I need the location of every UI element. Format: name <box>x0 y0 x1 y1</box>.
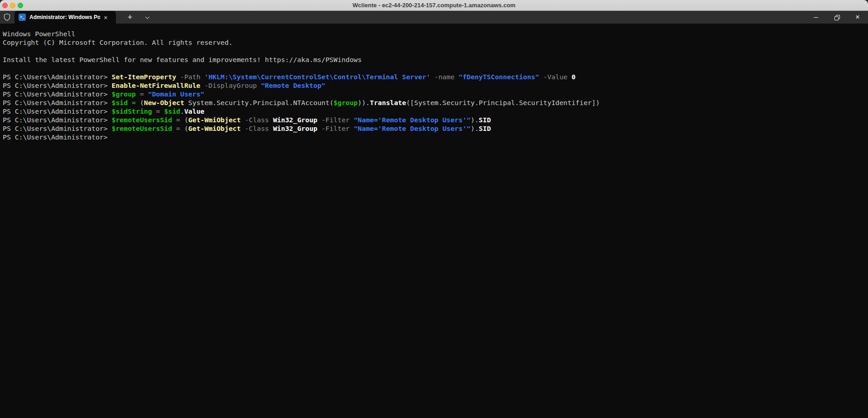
terminal-line: PS C:\Users\Administrator> Set-ItemPrope… <box>3 72 865 81</box>
admin-shield-icon <box>0 11 14 24</box>
window-title: Wcliente - ec2-44-200-214-157.compute-1.… <box>0 2 868 9</box>
terminal-line: Windows PowerShell <box>3 29 865 38</box>
tab-title: Administrator: Windows Pow <box>29 14 100 20</box>
mac-titlebar: Wcliente - ec2-44-200-214-157.compute-1.… <box>0 0 868 11</box>
terminal-line: PS C:\Users\Administrator> Enable-NetFir… <box>3 81 865 90</box>
mac-minimize-button[interactable] <box>10 3 15 8</box>
terminal-line: Copyright (C) Microsoft Corporation. All… <box>3 38 865 47</box>
maximize-restore-button[interactable] <box>826 11 847 24</box>
maximize-restore-icon <box>834 15 839 20</box>
minimize-button[interactable] <box>806 11 826 24</box>
tab-dropdown-button[interactable] <box>139 11 156 24</box>
chevron-down-icon <box>145 14 149 19</box>
terminal-line: PS C:\Users\Administrator> $remoteUsersS… <box>3 124 865 133</box>
tab-bar-spacer <box>156 11 806 24</box>
remote-desktop-window: Wcliente - ec2-44-200-214-157.compute-1.… <box>0 0 868 418</box>
new-tab-button[interactable]: + <box>121 11 139 24</box>
terminal-line <box>3 47 865 55</box>
terminal-line <box>3 64 865 72</box>
terminal-line: PS C:\Users\Administrator> $sidString = … <box>3 107 865 115</box>
mac-close-button[interactable] <box>2 3 8 8</box>
terminal-line: Install the latest PowerShell for new fe… <box>3 55 865 64</box>
minimize-icon <box>814 17 818 18</box>
terminal-line: PS C:\Users\Administrator> $group = "Dom… <box>3 90 865 98</box>
mac-zoom-button[interactable] <box>18 3 23 8</box>
close-icon: × <box>855 14 859 21</box>
terminal-line: PS C:\Users\Administrator> $sid = (New-O… <box>3 98 865 107</box>
tab-powershell[interactable]: >_ Administrator: Windows Pow × <box>14 11 116 24</box>
tab-close-icon[interactable]: × <box>104 14 108 21</box>
powershell-icon: >_ <box>19 14 26 21</box>
terminal-line: PS C:\Users\Administrator> <box>3 133 865 141</box>
terminal-tab-bar: >_ Administrator: Windows Pow × + × <box>0 11 868 24</box>
close-button[interactable]: × <box>847 11 868 24</box>
terminal[interactable]: Windows PowerShellCopyright (C) Microsof… <box>0 24 868 418</box>
terminal-line: PS C:\Users\Administrator> $remoteUsersS… <box>3 115 865 124</box>
